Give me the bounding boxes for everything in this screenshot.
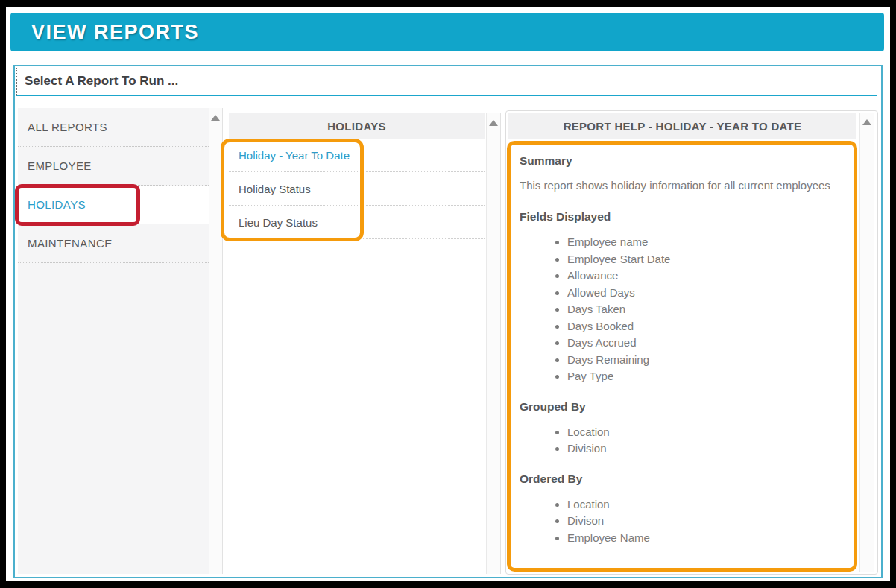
sidebar-item-holidays[interactable]: HOLIDAYS	[18, 186, 209, 224]
list-item: Divison	[567, 513, 846, 530]
report-list-header: HOLIDAYS	[229, 113, 485, 139]
list-item: Allowed Days	[567, 285, 846, 302]
scroll-up-icon[interactable]	[211, 115, 220, 121]
scroll-up-icon[interactable]	[489, 120, 498, 126]
report-list-scrollbar[interactable]	[486, 113, 501, 574]
sidebar-item-employee[interactable]: EMPLOYEE	[18, 147, 209, 186]
reports-container: Select A Report To Run ... ALL REPORTS E…	[13, 65, 883, 578]
grouped-by-list: Location Division	[520, 424, 846, 458]
summary-heading: Summary	[520, 154, 846, 168]
ordered-by-heading: Ordered By	[520, 472, 846, 486]
select-report-header: Select A Report To Run ...	[16, 68, 877, 96]
report-item-label: Holiday Status	[239, 183, 311, 195]
list-item: Days Booked	[567, 318, 846, 335]
report-help-panel: REPORT HELP - HOLIDAY - YEAR TO DATE Sum…	[505, 110, 878, 575]
list-item: Employee name	[567, 234, 846, 251]
report-help-header: REPORT HELP - HOLIDAY - YEAR TO DATE	[508, 113, 856, 139]
summary-text: This report shows holiday information fo…	[520, 175, 846, 195]
list-item: Employee Name	[567, 530, 846, 547]
report-help-content: Summary This report shows holiday inform…	[520, 139, 846, 546]
list-item: Days Remaining	[567, 352, 846, 369]
list-item: Division	[567, 440, 846, 458]
report-list-panel: HOLIDAYS Holiday - Year To Date Holiday …	[229, 113, 485, 574]
list-item: Days Accrued	[567, 335, 846, 352]
list-item: Pay Type	[567, 368, 846, 385]
report-item-label: Lieu Day Status	[239, 216, 318, 229]
sidebar-item-all-reports[interactable]: ALL REPORTS	[18, 108, 209, 147]
screenshot-frame: VIEW REPORTS Select A Report To Run ... …	[0, 0, 896, 588]
page-background: VIEW REPORTS Select A Report To Run ... …	[6, 7, 890, 581]
select-report-label: Select A Report To Run ...	[25, 74, 178, 89]
list-item: Location	[567, 424, 846, 441]
page-title: VIEW REPORTS	[31, 21, 199, 44]
fields-displayed-list: Employee name Employee Start Date Allowa…	[520, 234, 846, 385]
list-item: Allowance	[567, 268, 846, 285]
category-sidebar: ALL REPORTS EMPLOYEE HOLIDAYS MAINTENANC…	[18, 108, 209, 574]
report-help-scrollbar[interactable]	[859, 113, 874, 572]
list-item: Employee Start Date	[567, 251, 846, 268]
report-item-holiday-year-to-date[interactable]: Holiday - Year To Date	[229, 139, 485, 172]
report-item-lieu-day-status[interactable]: Lieu Day Status	[229, 206, 485, 239]
sidebar-item-label: EMPLOYEE	[28, 159, 92, 172]
sidebar-item-label: ALL REPORTS	[28, 121, 107, 133]
scroll-up-icon[interactable]	[862, 119, 871, 125]
page-banner: VIEW REPORTS	[10, 13, 884, 51]
sidebar-item-label: HOLIDAYS	[28, 198, 86, 211]
sidebar-item-label: MAINTENANCE	[28, 237, 113, 250]
grouped-by-heading: Grouped By	[520, 400, 846, 414]
ordered-by-list: Location Divison Employee Name	[520, 496, 846, 547]
sidebar-scrollbar[interactable]	[209, 108, 223, 574]
list-item: Location	[567, 496, 846, 513]
report-item-holiday-status[interactable]: Holiday Status	[229, 172, 485, 206]
report-item-label: Holiday - Year To Date	[239, 149, 350, 162]
list-item: Days Taken	[567, 301, 846, 318]
fields-displayed-heading: Fields Displayed	[520, 210, 846, 224]
sidebar-item-maintenance[interactable]: MAINTENANCE	[18, 224, 209, 263]
